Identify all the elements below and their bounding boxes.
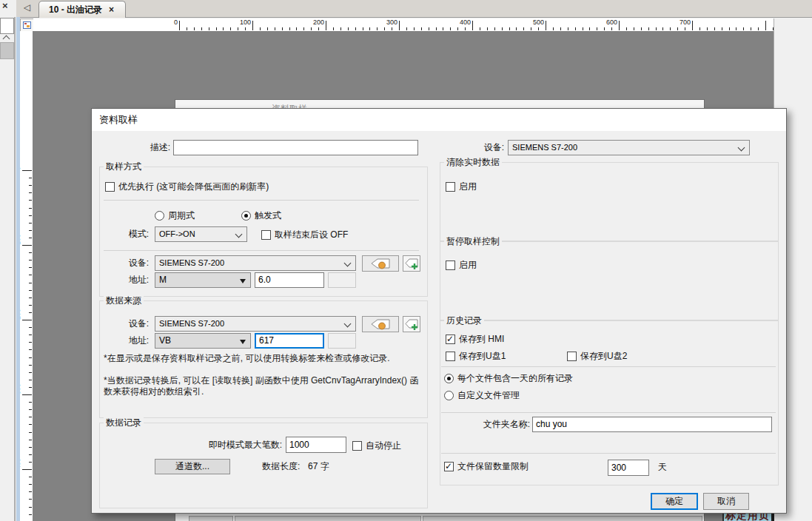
scroll-up-icon[interactable] (3, 36, 10, 43)
description-label: 描述: (121, 140, 170, 155)
after-off-checkbox-row[interactable]: 取样结束后设 OFF (261, 229, 348, 241)
daily-file-radio[interactable] (444, 374, 454, 383)
device-select-value: SIEMENS S7-200 (512, 143, 577, 152)
sampling-method-group-title: 取样方式 (104, 161, 144, 172)
save-usb2-label: 保存到U盘2 (580, 350, 627, 363)
save-hmi-label: 保存到 HMI (459, 333, 504, 346)
background-table-cell (235, 516, 421, 521)
clear-realtime-group: 清除实时数据 (440, 162, 779, 241)
pause-enable-checkbox-row[interactable]: 启用 (446, 259, 477, 271)
trigger-label: 触发式 (255, 209, 281, 222)
pause-sampling-group: 暂停取样控制 (440, 241, 779, 320)
save-hmi-checkbox-row[interactable]: 保存到 HMI (446, 333, 504, 345)
chevron-down-icon (738, 144, 745, 152)
scrollbar-thumb[interactable] (0, 42, 14, 59)
folder-name-label: 文件夹名称: (447, 417, 530, 432)
dialog-title: 资料取样 (99, 109, 138, 131)
daily-file-radio-row[interactable]: 每个文件包含一天的所有记录 (444, 372, 573, 384)
source-device-select[interactable]: SIEMENS S7-200 (155, 316, 356, 332)
tag-add-button[interactable] (403, 255, 420, 272)
trigger-radio[interactable] (241, 211, 251, 221)
autostop-checkbox-row[interactable]: 自动停止 (352, 440, 401, 451)
tab-scroll-left-icon[interactable]: ◁ (24, 2, 30, 13)
channels-button[interactable]: 通道数... (155, 459, 230, 474)
mode-select[interactable]: OFF->ON (155, 226, 247, 242)
dropdown-arrow-icon (240, 340, 246, 344)
separator (441, 366, 776, 367)
trigger-address-type-select[interactable]: M (155, 272, 251, 288)
autostop-checkbox[interactable] (352, 441, 362, 451)
data-length-label: 数据长度: (262, 459, 300, 474)
tag-select-button[interactable] (362, 255, 399, 272)
chevron-down-icon (344, 320, 352, 328)
pause-enable-checkbox[interactable] (446, 260, 455, 270)
clear-enable-label: 启用 (459, 181, 477, 193)
tag-add-button[interactable] (403, 316, 420, 332)
custom-file-radio-row[interactable]: 自定义文件管理 (444, 389, 520, 401)
device-select[interactable]: SIEMENS S7-200 (508, 140, 750, 155)
dialog-titlebar[interactable]: 资料取样 (92, 109, 786, 131)
horizontal-ruler: 0100200300400500600700 (33, 19, 774, 31)
tab-close-icon[interactable]: × (109, 4, 114, 15)
tag-icon (369, 318, 392, 331)
description-input[interactable] (173, 140, 418, 155)
tag-add-icon (404, 258, 419, 270)
ok-button[interactable]: 确定 (651, 493, 698, 510)
device-label: 设备: (454, 140, 504, 155)
priority-checkbox[interactable] (105, 182, 115, 192)
after-off-checkbox[interactable] (261, 230, 271, 240)
priority-label: 优先执行 (这可能会降低画面的刷新率) (118, 181, 269, 193)
mode-label: 模式: (107, 226, 149, 242)
source-address-input[interactable]: 617 (255, 333, 324, 349)
periodic-label: 周期式 (168, 209, 195, 222)
background-table-cell (423, 516, 702, 521)
separator (104, 200, 419, 201)
clear-realtime-group-title: 清除实时数据 (444, 157, 502, 167)
data-record-group-title: 数据记录 (104, 417, 144, 428)
save-usb1-checkbox-row[interactable]: 保存到U盘1 (446, 350, 506, 362)
max-records-input[interactable]: 1000 (286, 437, 346, 453)
separator (441, 412, 776, 413)
tag-add-icon (404, 318, 419, 331)
trigger-device-label: 设备: (107, 255, 149, 271)
clear-enable-checkbox[interactable] (446, 182, 455, 192)
autostop-label: 自动停止 (366, 440, 401, 452)
daily-file-label: 每个文件包含一天的所有记录 (457, 372, 573, 385)
source-note-2: *当数据记录转换后, 可以在 [读取转换] 副函数中使用 GetCnvTagAr… (104, 375, 425, 397)
save-usb1-checkbox[interactable] (446, 352, 455, 361)
trigger-device-select[interactable]: SIEMENS S7-200 (155, 255, 356, 271)
save-usb2-checkbox-row[interactable]: 保存到U盘2 (567, 350, 627, 362)
panel-close-icon[interactable]: × (2, 1, 8, 11)
after-off-label: 取样结束后设 OFF (275, 229, 348, 241)
tag-select-button[interactable] (362, 316, 399, 332)
save-usb1-label: 保存到U盘1 (459, 350, 506, 363)
retention-checkbox-row[interactable]: 文件保留数量限制 (444, 460, 529, 472)
cancel-button[interactable]: 取消 (703, 493, 749, 510)
trigger-address-label: 地址: (107, 272, 149, 288)
custom-file-radio[interactable] (444, 391, 454, 400)
source-address-type-value: VB (159, 335, 171, 346)
clear-enable-checkbox-row[interactable]: 启用 (446, 181, 477, 192)
trigger-radio-row[interactable]: 触发式 (241, 209, 281, 221)
trigger-address-input[interactable]: 6.0 (255, 272, 324, 288)
custom-file-label: 自定义文件管理 (457, 389, 520, 402)
save-usb2-checkbox[interactable] (567, 352, 577, 361)
data-source-group-title: 数据来源 (104, 295, 144, 306)
save-hmi-checkbox[interactable] (446, 335, 455, 344)
source-note-1: *在显示或是保存资料取样记录之前, 可以使用转换标签来检查或修改记录. (104, 353, 423, 364)
separator (441, 453, 776, 454)
periodic-radio-row[interactable]: 周期式 (155, 209, 195, 221)
retention-label: 文件保留数量限制 (457, 460, 529, 473)
tab-bar: ◁ 10 - 出油记录 × (16, 0, 812, 18)
dropdown-arrow-icon (240, 279, 246, 283)
retention-checkbox[interactable] (444, 462, 454, 471)
trigger-address-type-value: M (159, 275, 167, 285)
folder-name-input[interactable]: chu you (532, 417, 772, 432)
tab-oil-record[interactable]: 10 - 出油记录 × (38, 1, 126, 18)
retention-days-input[interactable]: 300 (608, 460, 649, 476)
separator (104, 250, 419, 251)
app-window: × ◁ 10 - 出油记录 × 0100200300400500600700 0… (0, 0, 812, 521)
priority-checkbox-row[interactable]: 优先执行 (这可能会降低画面的刷新率) (105, 181, 269, 192)
source-address-type-select[interactable]: VB (155, 333, 251, 349)
periodic-radio[interactable] (155, 211, 164, 221)
